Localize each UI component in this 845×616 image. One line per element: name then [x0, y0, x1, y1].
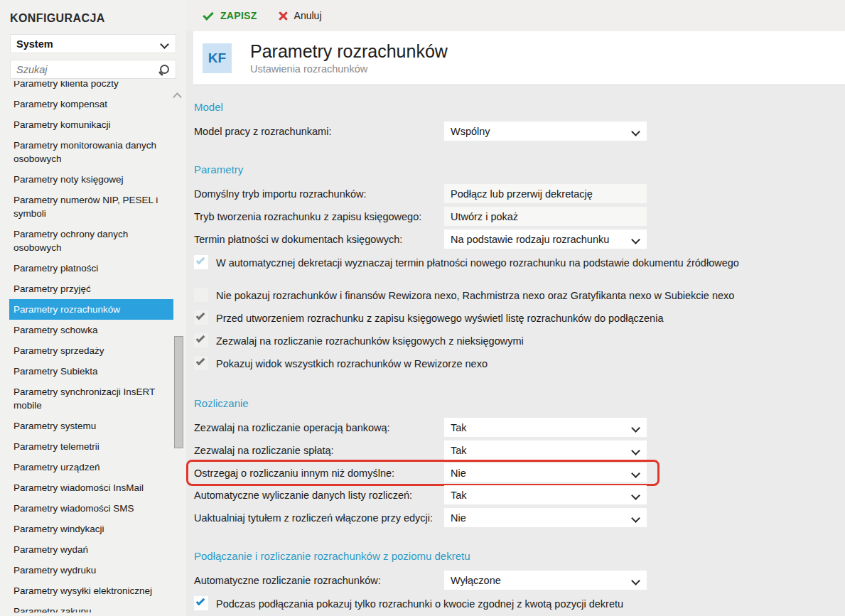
- setting-row: Automatyczne rozliczanie rozrachunków: W…: [194, 571, 845, 590]
- cancel-button-label: Anuluj: [294, 10, 322, 21]
- sidebar-item[interactable]: Parametry wydruku: [9, 560, 173, 580]
- checkbox-label: Zezwalaj na rozliczanie rozrachunków ksi…: [216, 333, 524, 348]
- checkbox-row: Zezwalaj na rozliczanie rozrachunków ksi…: [194, 333, 845, 352]
- setting-label: Automatyczne wyliczanie danych listy roz…: [194, 490, 444, 501]
- sidebar-item[interactable]: Parametry systemu: [9, 416, 173, 436]
- search-input[interactable]: [16, 64, 158, 75]
- search-box[interactable]: [10, 60, 176, 79]
- module-select-value: System: [16, 38, 53, 50]
- sidebar-item[interactable]: Parametry zakupu: [9, 601, 173, 612]
- cancel-button[interactable]: Anuluj: [279, 10, 322, 21]
- ostrzegaj-rozliczanie-select[interactable]: Nie: [444, 463, 647, 482]
- sidebar-item[interactable]: Parametry windykacji: [9, 519, 173, 539]
- setting-row: Zezwalaj na rozliczanie spłatą: Tak: [194, 441, 845, 460]
- setting-row: Tryb tworzenia rozrachunku z zapisu księ…: [194, 207, 845, 226]
- automatyczne-rozliczanie-select[interactable]: Wyłączone: [444, 571, 647, 590]
- setting-row: Domyślny tryb importu rozrachunków: Podł…: [194, 184, 845, 203]
- close-icon: [279, 11, 288, 21]
- rozliczanie-splata-select[interactable]: Tak: [444, 441, 647, 460]
- chevron-down-icon: [160, 40, 168, 48]
- field-value: Utwórz i pokaż: [451, 211, 518, 222]
- search-icon: [158, 64, 170, 75]
- checkbox-row: Przed utworzeniem rozrachunku z zapisu k…: [194, 310, 845, 329]
- select-value: Wyłączone: [451, 575, 501, 586]
- sidebar-item[interactable]: Parametry ochrony danych osobowych: [9, 224, 173, 258]
- checkbox-label: W automatycznej dekretacji wyznaczaj ter…: [216, 255, 739, 270]
- sidebar-item[interactable]: Parametry urządzeń: [9, 457, 173, 477]
- checkbox-unchecked[interactable]: [194, 288, 208, 302]
- sidebar-item[interactable]: Parametry Subiekta: [9, 361, 173, 382]
- chevron-down-icon: [631, 236, 640, 243]
- sidebar-scrollbar-thumb[interactable]: [174, 336, 183, 448]
- sidebar-item[interactable]: Parametry klienta poczty: [9, 81, 173, 94]
- checkbox-label: Przed utworzeniem rozrachunku z zapisu k…: [216, 310, 663, 325]
- setting-label: Tryb tworzenia rozrachunku z zapisu księ…: [194, 211, 444, 222]
- sidebar-item[interactable]: Parametry wiadomości SMS: [9, 498, 173, 519]
- sidebar-item[interactable]: Parametry wysyłki elektronicznej: [9, 580, 173, 601]
- sidebar-title: KONFIGURACJA: [0, 0, 186, 31]
- check-icon: [196, 597, 205, 606]
- sidebar-item[interactable]: Parametry wiadomości InsMail: [9, 477, 173, 498]
- checkbox-row: Nie pokazuj rozrachunków i finansów Rewi…: [194, 288, 845, 306]
- checkbox-row: Podczas podłączania pokazuj tylko rozrac…: [194, 596, 845, 615]
- toolbar: ZAPISZ Anuluj: [186, 0, 845, 31]
- checkbox-checked[interactable]: [194, 356, 208, 370]
- setting-row: Uaktualniaj tytułem z rozliczeń włączone…: [194, 508, 845, 527]
- select-value: Na podstawie rodzaju rozrachunku: [451, 234, 609, 245]
- checkbox-row: Pokazuj widok wszystkich rozrachunków w …: [194, 356, 845, 374]
- section-title-rozliczanie: Rozliczanie: [194, 397, 845, 409]
- page-title: Parametry rozrachunków: [250, 41, 448, 61]
- sidebar-item-selected[interactable]: Parametry rozrachunków: [9, 299, 173, 320]
- select-value: Wspólny: [451, 126, 490, 137]
- sidebar-item[interactable]: Parametry komunikacji: [9, 114, 173, 135]
- app-window: { "colors": { "selection_blue": "#2BA1DE…: [0, 0, 845, 616]
- model-pracy-select[interactable]: Wspólny: [444, 121, 647, 141]
- setting-label: Automatyczne rozliczanie rozrachunków:: [194, 575, 444, 586]
- chevron-down-icon: [631, 492, 640, 499]
- setting-row: Automatyczne wyliczanie danych listy roz…: [194, 485, 845, 504]
- checkbox-checked-blue[interactable]: [194, 596, 208, 610]
- sidebar-item[interactable]: Parametry przyjęć: [9, 279, 173, 299]
- sidebar-item[interactable]: Parametry noty księgowej: [9, 169, 173, 190]
- automatyczne-wyliczanie-select[interactable]: Tak: [444, 485, 647, 504]
- rozliczanie-operacja-select[interactable]: Tak: [444, 418, 647, 437]
- checkbox-label: Pokazuj widok wszystkich rozrachunków w …: [216, 356, 488, 371]
- module-badge: KF: [203, 43, 232, 73]
- scroll-up-icon[interactable]: [173, 92, 183, 99]
- module-select[interactable]: System: [10, 34, 176, 53]
- settings-content: Model Model pracy z rozrachunkami: Wspól…: [186, 85, 845, 615]
- section-title-parametry: Parametry: [194, 163, 845, 175]
- sidebar-item[interactable]: Parametry płatności: [9, 258, 173, 279]
- sidebar-item[interactable]: Parametry synchronizacji InsERT mobile: [9, 382, 173, 416]
- sidebar-item[interactable]: Parametry wydań: [9, 539, 173, 560]
- check-icon: [196, 334, 205, 343]
- select-value: Tak: [451, 490, 467, 501]
- termin-platnosci-select[interactable]: Na podstawie rodzaju rozrachunku: [444, 229, 647, 249]
- sidebar-item[interactable]: Parametry schowka: [9, 320, 173, 340]
- save-button[interactable]: ZAPISZ: [203, 10, 257, 21]
- chevron-down-icon: [631, 470, 640, 477]
- select-value: Tak: [451, 422, 467, 433]
- setting-label: Zezwalaj na rozliczanie spłatą:: [194, 445, 444, 456]
- checkbox-checked[interactable]: [194, 310, 208, 325]
- checkbox-row: W automatycznej dekretacji wyznaczaj ter…: [194, 255, 845, 274]
- checkbox-checked[interactable]: [194, 333, 208, 347]
- section-title-model: Model: [194, 101, 845, 113]
- sidebar-item[interactable]: Parametry sprzedaży: [9, 340, 173, 361]
- sidebar-item[interactable]: Parametry monitorowania danych osobowych: [9, 135, 173, 169]
- sidebar-item[interactable]: Parametry numerów NIP, PESEL i symboli: [9, 190, 173, 224]
- sidebar-item[interactable]: Parametry kompensat: [9, 94, 173, 114]
- uaktualniaj-tytulem-select[interactable]: Nie: [444, 508, 647, 527]
- setting-label: Uaktualniaj tytułem z rozliczeń włączone…: [194, 512, 444, 524]
- setting-row: Zezwalaj na rozliczanie operacją bankową…: [194, 418, 845, 437]
- setting-label: Zezwalaj na rozliczanie operacją bankową…: [194, 422, 444, 433]
- tryb-importu-field: Podłącz lub przerwij dekretację: [444, 184, 647, 203]
- select-value: Tak: [451, 445, 467, 456]
- select-value: Nie: [451, 468, 466, 479]
- chevron-down-icon: [631, 447, 640, 454]
- sidebar-item[interactable]: Parametry telemetrii: [9, 436, 173, 457]
- chevron-down-icon: [631, 514, 640, 522]
- config-sidebar: KONFIGURACJA System Parametry klienta po…: [0, 0, 186, 616]
- setting-label: Ostrzegaj o rozliczaniu innym niż domyśl…: [194, 468, 444, 479]
- page-header: KF Parametry rozrachunków Ustawienia roz…: [193, 31, 845, 85]
